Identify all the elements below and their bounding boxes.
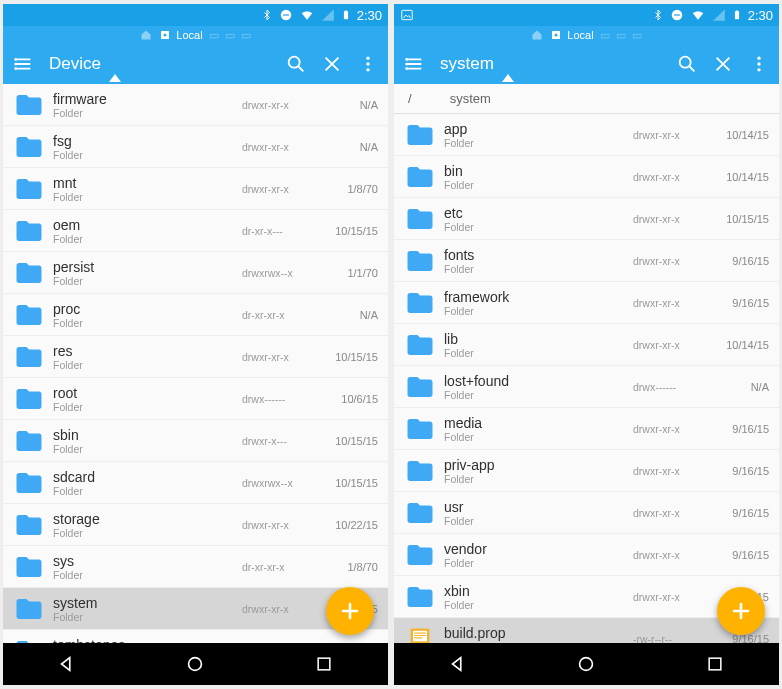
item-subtext: Folder [53,569,242,581]
nav-back-button[interactable] [37,643,97,685]
list-item[interactable]: media Folder drwxr-xr-x 9/16/15 [394,408,779,450]
folder-icon [402,453,438,489]
list-item[interactable]: fonts Folder drwxr-xr-x 9/16/15 [394,240,779,282]
status-time: 2:30 [748,8,773,23]
svg-rect-18 [735,11,739,19]
nav-home-button[interactable] [556,643,616,685]
app-bar: system [394,44,779,84]
item-subtext: Folder [444,431,633,443]
list-item[interactable]: res Folder drwxr-xr-x 10/15/15 [3,336,388,378]
item-subtext: Folder [53,191,242,203]
overflow-button[interactable] [745,50,773,78]
list-item[interactable]: sdcard Folder drwxrwx--x 10/15/15 [3,462,388,504]
fab-add-button[interactable] [717,587,765,635]
folder-icon [11,339,47,375]
list-item[interactable]: fsg Folder drwxr-xr-x N/A [3,126,388,168]
item-date: 10/14/15 [711,129,769,141]
list-item[interactable]: persist Folder drwxrwx--x 1/1/70 [3,252,388,294]
appbar-title[interactable]: Device [49,54,101,74]
sd-icon [158,29,172,41]
item-subtext: Folder [53,149,242,161]
item-meta: priv-app Folder [444,457,633,485]
nav-recent-button[interactable] [294,643,354,685]
menu-button[interactable] [9,50,37,78]
list-item[interactable]: etc Folder drwxr-xr-x 10/15/15 [394,198,779,240]
location-bar[interactable]: Local ▭ ▭ ▭ [3,26,388,44]
svg-point-26 [757,57,760,60]
list-item[interactable]: firmware Folder drwxr-xr-x N/A [3,84,388,126]
file-list[interactable]: firmware Folder drwxr-xr-x N/A fsg Folde… [3,84,388,643]
list-item[interactable]: framework Folder drwxr-xr-x 9/16/15 [394,282,779,324]
item-name: sdcard [53,469,242,485]
item-subtext: Folder [53,359,242,371]
item-permissions: drwxr-xr-x [242,141,320,153]
svg-rect-14 [318,658,330,670]
item-name: tombstones [53,637,242,644]
list-item[interactable]: storage Folder drwxr-xr-x 10/22/15 [3,504,388,546]
list-item[interactable]: bin Folder drwxr-xr-x 10/14/15 [394,156,779,198]
location-bar[interactable]: Local ▭ ▭ ▭ [394,26,779,44]
item-permissions: dr-xr-x--- [242,225,320,237]
item-name: sbin [53,427,242,443]
close-button[interactable] [709,50,737,78]
item-permissions: drwxr-xr-x [633,507,711,519]
svg-point-6 [14,58,17,61]
list-item[interactable]: sys Folder dr-xr-xr-x 1/8/70 [3,546,388,588]
item-permissions: drwx------ [242,393,320,405]
list-item[interactable]: vendor Folder drwxr-xr-x 9/16/15 [394,534,779,576]
item-name: fonts [444,247,633,263]
nav-back-button[interactable] [428,643,488,685]
list-item[interactable]: priv-app Folder drwxr-xr-x 9/16/15 [394,450,779,492]
item-name: bin [444,163,633,179]
item-meta: sdcard Folder [53,469,242,497]
item-permissions: dr-xr-xr-x [242,561,320,573]
file-list[interactable]: app Folder drwxr-xr-x 10/14/15 bin Folde… [394,114,779,643]
overflow-button[interactable] [354,50,382,78]
svg-point-25 [680,57,691,68]
dropdown-indicator-icon [109,74,121,82]
appbar-title[interactable]: system [440,54,494,74]
breadcrumb-segment[interactable]: system [450,91,491,106]
item-meta: app Folder [444,121,633,149]
folder-icon [11,633,47,644]
svg-point-28 [757,68,760,71]
item-meta: vendor Folder [444,541,633,569]
folder-icon [402,369,438,405]
list-item[interactable]: usr Folder drwxr-xr-x 9/16/15 [394,492,779,534]
wifi-icon [299,8,315,22]
item-date: 10/22/15 [320,519,378,531]
list-item[interactable]: root Folder drwx------ 10/6/15 [3,378,388,420]
item-name: firmware [53,91,242,107]
item-meta: tombstones Folder [53,637,242,644]
search-button[interactable] [673,50,701,78]
list-item[interactable]: oem Folder dr-xr-x--- 10/15/15 [3,210,388,252]
android-nav-bar [3,643,388,685]
list-item[interactable]: app Folder drwxr-xr-x 10/14/15 [394,114,779,156]
folder-icon [402,159,438,195]
breadcrumb[interactable]: /system [394,84,779,114]
item-meta: res Folder [53,343,242,371]
item-permissions: drwxr-xr-x [242,183,320,195]
bluetooth-icon [652,8,664,22]
nav-home-button[interactable] [165,643,225,685]
folder-icon [402,201,438,237]
item-permissions: drwxr-xr-x [633,423,711,435]
breadcrumb-segment[interactable]: / [408,91,412,106]
list-item[interactable]: sbin Folder drwxr-x--- 10/15/15 [3,420,388,462]
item-name: build.prop [444,625,633,641]
home-path-icon [531,29,543,41]
nav-recent-button[interactable] [685,643,745,685]
list-item[interactable]: lib Folder drwxr-xr-x 10/14/15 [394,324,779,366]
fab-add-button[interactable] [326,587,374,635]
item-subtext: Folder [444,221,633,233]
android-nav-bar [394,643,779,685]
list-item[interactable]: lost+found Folder drwx------ N/A [394,366,779,408]
menu-button[interactable] [400,50,428,78]
list-item[interactable]: tombstones Folder drwxrwx--x 1/1/70 [3,630,388,643]
list-item[interactable]: mnt Folder drwxr-xr-x 1/8/70 [3,168,388,210]
search-button[interactable] [282,50,310,78]
win2-icon: ▭ [616,29,626,42]
list-item[interactable]: proc Folder dr-xr-xr-x N/A [3,294,388,336]
close-button[interactable] [318,50,346,78]
item-meta: build.prop 4.61 KB [444,625,633,644]
